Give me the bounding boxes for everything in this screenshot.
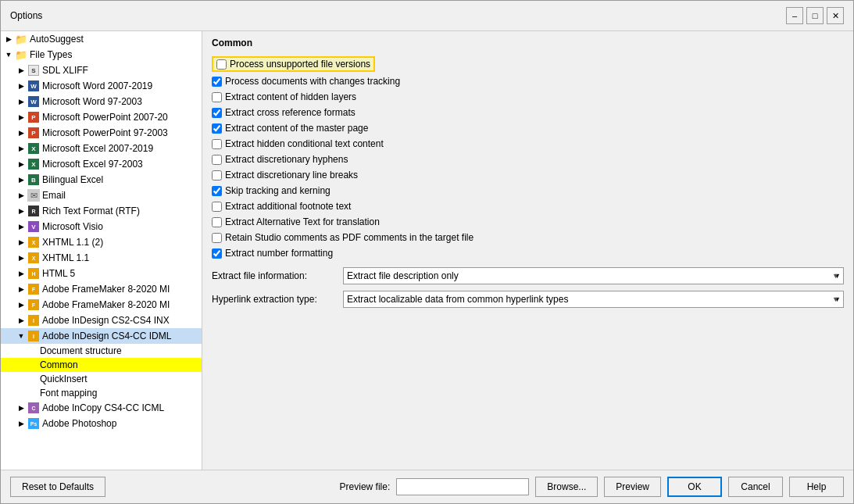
tree-item-ppt-97[interactable]: ▶ P Microsoft PowerPoint 97-2003 xyxy=(1,125,202,141)
tree-item-incopy[interactable]: ▶ C Adobe InCopy CS4-CC ICML xyxy=(1,400,202,416)
tree-item-excel-2007[interactable]: ▶ X Microsoft Excel 2007-2019 xyxy=(1,141,202,156)
expand-icon[interactable]: ▼ xyxy=(15,330,27,342)
option-label[interactable]: Extract cross reference formats xyxy=(212,107,356,118)
checkbox-disc-hyphens[interactable] xyxy=(212,155,222,165)
checkbox-process-changes[interactable] xyxy=(212,77,222,87)
ok-button[interactable]: OK xyxy=(667,477,722,497)
checkbox-footnote[interactable] xyxy=(212,202,222,212)
expand-icon[interactable]: ▶ xyxy=(15,236,27,248)
close-button[interactable]: ✕ xyxy=(827,7,844,24)
title-bar: Options – □ ✕ xyxy=(1,1,853,31)
expand-icon[interactable]: ▶ xyxy=(15,205,27,217)
checkbox-master-page[interactable] xyxy=(212,123,222,134)
expand-icon[interactable]: ▶ xyxy=(15,298,27,311)
option-row-disc-linebreaks: Extract discretionary line breaks xyxy=(212,167,844,183)
tree-item-excel-97[interactable]: ▶ X Microsoft Excel 97-2003 xyxy=(1,156,202,172)
select-file-info[interactable]: Extract file description only Extract al… xyxy=(343,267,844,284)
checkbox-number-formatting[interactable] xyxy=(212,248,222,259)
tree-label: Microsoft PowerPoint 97-2003 xyxy=(42,127,168,138)
tree-item-photoshop[interactable]: ▶ Ps Adobe Photoshop xyxy=(1,416,202,431)
help-button[interactable]: Help xyxy=(789,477,844,497)
window-title: Options xyxy=(10,10,42,21)
tree-panel[interactable]: ▶ 📁 AutoSuggest ▼ 📁 File Types ▶ S SDL X… xyxy=(1,31,202,470)
tree-item-doc-structure[interactable]: Document structure xyxy=(1,344,202,358)
expand-icon[interactable]: ▶ xyxy=(15,220,27,233)
expand-icon[interactable]: ▶ xyxy=(15,417,27,430)
tree-label: Font mapping xyxy=(40,388,97,399)
expand-icon[interactable]: ▶ xyxy=(15,142,27,155)
tree-item-visio[interactable]: ▶ V Microsoft Visio xyxy=(1,219,202,234)
expand-icon[interactable]: ▶ xyxy=(15,127,27,139)
option-text: Extract cross reference formats xyxy=(225,107,356,118)
tree-item-word-97[interactable]: ▶ W Microsoft Word 97-2003 xyxy=(1,94,202,109)
checkbox-skip-tracking[interactable] xyxy=(212,186,222,196)
tree-label: QuickInsert xyxy=(40,374,88,384)
option-label[interactable]: Extract number formatting xyxy=(212,248,333,259)
tree-item-filetypes[interactable]: ▼ 📁 File Types xyxy=(1,47,202,63)
tree-item-rtf[interactable]: ▶ R Rich Text Format (RTF) xyxy=(1,203,202,219)
tree-item-quickinsert[interactable]: QuickInsert xyxy=(1,372,202,386)
expand-icon[interactable]: ▶ xyxy=(15,402,27,414)
preview-button[interactable]: Preview xyxy=(604,477,661,497)
expand-icon[interactable]: ▶ xyxy=(15,64,27,77)
form-label-file-info: Extract file information: xyxy=(212,270,337,281)
expand-icon[interactable]: ▶ xyxy=(15,267,27,280)
expand-icon[interactable]: ▶ xyxy=(15,95,27,108)
expand-icon[interactable]: ▶ xyxy=(15,173,27,186)
browse-button[interactable]: Browse... xyxy=(535,477,598,497)
option-label[interactable]: Extract hidden conditional text content xyxy=(212,138,384,149)
excel-icon: X xyxy=(27,142,40,155)
expand-icon[interactable]: ▶ xyxy=(15,189,27,202)
checkbox-hidden-layers[interactable] xyxy=(212,92,222,102)
main-content: ▶ 📁 AutoSuggest ▼ 📁 File Types ▶ S SDL X… xyxy=(1,31,853,470)
ppt-icon: P xyxy=(27,127,40,139)
tree-item-ppt-2007[interactable]: ▶ P Microsoft PowerPoint 2007-20 xyxy=(1,109,202,125)
checkbox-studio-comments[interactable] xyxy=(212,233,222,243)
option-label[interactable]: Process unsupported file versions xyxy=(212,56,375,72)
expand-icon[interactable]: ▶ xyxy=(2,33,15,45)
checkbox-disc-linebreaks[interactable] xyxy=(212,170,222,181)
tree-item-fm1[interactable]: ▶ F Adobe FrameMaker 8-2020 MI xyxy=(1,281,202,297)
tree-item-autosuggest[interactable]: ▶ 📁 AutoSuggest xyxy=(1,31,202,47)
tree-item-email[interactable]: ▶ ✉ Email xyxy=(1,188,202,203)
tree-item-xhtml-2[interactable]: ▶ X XHTML 1.1 (2) xyxy=(1,234,202,250)
checkbox-process-unsupported[interactable] xyxy=(216,59,227,70)
select-hyperlink[interactable]: Extract localizable data from common hyp… xyxy=(343,291,844,308)
checkbox-alt-text[interactable] xyxy=(212,217,222,227)
cancel-button[interactable]: Cancel xyxy=(728,477,783,497)
expand-icon[interactable]: ▶ xyxy=(15,314,27,327)
expand-icon[interactable]: ▶ xyxy=(15,80,27,92)
minimize-button[interactable]: – xyxy=(786,7,803,24)
option-text: Extract additional footnote text xyxy=(225,201,351,212)
tree-item-word-2007[interactable]: ▶ W Microsoft Word 2007-2019 xyxy=(1,78,202,94)
expand-icon[interactable]: ▶ xyxy=(15,158,27,170)
option-label[interactable]: Extract content of the master page xyxy=(212,123,368,134)
expand-icon[interactable]: ▶ xyxy=(15,111,27,123)
tree-item-fm2[interactable]: ▶ F Adobe FrameMaker 8-2020 MI xyxy=(1,297,202,313)
tree-item-indesign-cs4[interactable]: ▼ I Adobe InDesign CS4-CC IDML xyxy=(1,328,202,344)
option-label[interactable]: Extract discretionary hyphens xyxy=(212,154,348,165)
tree-item-font-mapping[interactable]: Font mapping xyxy=(1,386,202,400)
option-label[interactable]: Extract discretionary line breaks xyxy=(212,170,358,181)
checkbox-cross-ref[interactable] xyxy=(212,108,222,118)
preview-file-input[interactable] xyxy=(396,478,529,495)
tree-item-xhtml[interactable]: ▶ X XHTML 1.1 xyxy=(1,250,202,266)
expand-icon[interactable]: ▶ xyxy=(15,252,27,264)
maximize-button[interactable]: □ xyxy=(806,7,824,24)
tree-item-bilingual-excel[interactable]: ▶ B Bilingual Excel xyxy=(1,172,202,188)
option-label[interactable]: Extract Alternative Text for translation xyxy=(212,216,380,227)
tree-item-sdl-xliff[interactable]: ▶ S SDL XLIFF xyxy=(1,63,202,78)
expand-icon[interactable]: ▼ xyxy=(2,48,15,61)
option-label[interactable]: Extract content of hidden layers xyxy=(212,91,356,102)
tree-label: XHTML 1.1 (2) xyxy=(42,237,103,248)
option-label[interactable]: Skip tracking and kerning xyxy=(212,185,331,196)
option-label[interactable]: Process documents with changes tracking xyxy=(212,76,400,87)
tree-item-html5[interactable]: ▶ H HTML 5 xyxy=(1,266,202,281)
reset-to-defaults-button[interactable]: Reset to Defaults xyxy=(10,477,105,497)
option-label[interactable]: Extract additional footnote text xyxy=(212,201,351,212)
option-label[interactable]: Retain Studio comments as PDF comments i… xyxy=(212,232,473,243)
expand-icon[interactable]: ▶ xyxy=(15,283,27,295)
tree-item-common[interactable]: Common xyxy=(1,358,202,372)
checkbox-hidden-conditional[interactable] xyxy=(212,139,222,149)
tree-item-indesign-cs2[interactable]: ▶ I Adobe InDesign CS2-CS4 INX xyxy=(1,313,202,328)
